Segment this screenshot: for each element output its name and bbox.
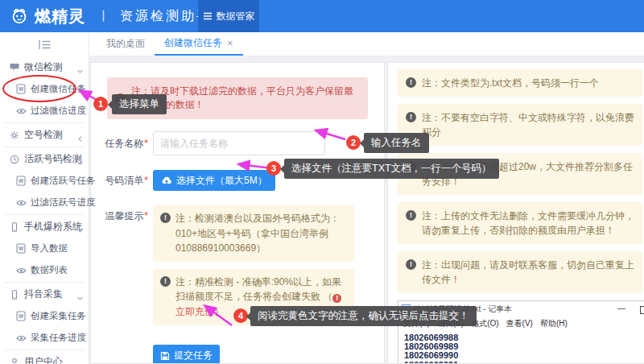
notepad-menu-item: 帮助(H) xyxy=(540,318,568,329)
sidebar-item-data-list[interactable]: 数据列表 xyxy=(0,259,89,281)
sidebar-item-empty-number-check[interactable]: 空号检测 xyxy=(0,124,89,146)
tab-label: 我的桌面 xyxy=(106,37,145,51)
sidebar-divider xyxy=(5,214,84,215)
hamburger-icon xyxy=(203,12,213,20)
sidebar-item-create-wechat-task[interactable]: W创建微信任务 xyxy=(0,78,89,100)
sidebar-divider xyxy=(5,350,84,350)
sidebar-item-active-number-check[interactable]: 活跃号码检测 xyxy=(0,148,89,170)
phone-icon xyxy=(9,290,20,300)
sidebar-item-phone-fans-system[interactable]: 手机爆粉系统 xyxy=(0,216,89,238)
chevron-down-icon xyxy=(76,155,84,170)
recharge-info-icon xyxy=(332,294,341,303)
sidebar-item-label: 微信检测 xyxy=(24,60,63,74)
tab-bar: 我的桌面 创建微信任务 × xyxy=(89,32,644,56)
cloud-upload-icon xyxy=(161,176,172,185)
note-box-4: 注：上传的文件无法删除，文件需要缓冲几分钟，请勿重复上传，否则扣除的额度由用户承… xyxy=(398,202,642,244)
app-header: 燃精灵 丨 资源检测助手 数据管家 xyxy=(0,0,644,32)
phone-icon xyxy=(9,222,20,232)
chevron-down-icon xyxy=(76,223,84,238)
sidebar-item-label: 活跃号码检测 xyxy=(24,152,82,166)
tips-label: 温馨提示* xyxy=(102,205,148,325)
phone-number: 18026069991 xyxy=(404,361,644,364)
history-icon xyxy=(9,155,20,164)
sidebar-item-douyin-collect[interactable]: 抖音采集 xyxy=(0,283,89,305)
eye-icon xyxy=(15,334,27,342)
required-mark: * xyxy=(144,175,148,186)
note-text: 注：文件类型为.txt文档，号码须一行一个 xyxy=(422,76,599,90)
task-name-row: 任务名称* xyxy=(102,131,384,155)
svg-text:W: W xyxy=(19,246,24,251)
choose-file-button[interactable]: 选择文件（最大5M） xyxy=(153,170,275,191)
sprite-logo-icon xyxy=(10,6,29,26)
notepad-number-list: 1802606998818026069989180260699901802606… xyxy=(398,332,644,364)
sidebar-item-user-center[interactable]: 用户中心 xyxy=(0,351,89,364)
tab-my-desktop[interactable]: 我的桌面 xyxy=(97,32,155,56)
collapse-sidebar-icon[interactable] xyxy=(38,39,52,50)
sidebar-item-label: 过滤微信进度 xyxy=(31,105,86,117)
sidebar-item-label: 抖音采集 xyxy=(24,287,63,301)
header-menu-data-manager[interactable]: 数据管家 xyxy=(198,0,259,32)
sidebar-divider xyxy=(5,122,84,123)
annotation-step-1: 1 xyxy=(93,97,108,111)
sidebar-item-label: 采集任务进度 xyxy=(31,332,86,344)
doc-icon: W xyxy=(15,176,27,186)
info-icon xyxy=(406,210,416,221)
annotation-step-2: 2 xyxy=(346,135,361,150)
number-list-label: 号码清单* xyxy=(102,170,148,191)
sidebar-item-collect-progress[interactable]: 采集任务进度 xyxy=(0,327,89,349)
svg-text:W: W xyxy=(19,86,24,92)
chevron-down-icon xyxy=(76,291,84,305)
maximize-icon xyxy=(640,306,644,314)
sidebar-item-label: 空号检测 xyxy=(24,128,63,142)
tab-create-wechat-task[interactable]: 创建微信任务 × xyxy=(155,32,243,56)
header-menu-label: 数据管家 xyxy=(217,10,255,23)
sidebar-item-create-active-task[interactable]: W创建活跃号任务 xyxy=(0,170,89,192)
choose-file-label: 选择文件（最大5M） xyxy=(176,174,267,188)
task-name-input[interactable] xyxy=(153,131,325,155)
minimize-icon: — xyxy=(617,304,625,312)
sidebar-item-wechat-progress[interactable]: 过滤微信进度 xyxy=(0,100,89,122)
info-icon xyxy=(406,259,416,270)
sidebar-item-label: 手机爆粉系统 xyxy=(24,220,82,234)
sidebar-item-create-collect-task[interactable]: W创建采集任务 xyxy=(0,305,89,327)
note-box-1: 注：文件类型为.txt文档，号码须一行一个 xyxy=(398,69,642,97)
doc-icon: W xyxy=(15,84,27,94)
info-icon xyxy=(160,213,171,223)
note-text: 注：不要有空白字符、中文或特殊字符，以免浪费积分 xyxy=(422,110,634,139)
tip-text: 注：检测港澳台以及国外号码格式为：010+地区号+号码（拿中国台湾举例01088… xyxy=(175,211,347,256)
sidebar-divider xyxy=(5,282,84,283)
chevron-down-icon xyxy=(76,64,84,78)
chevron-down-icon xyxy=(76,358,84,364)
sidebar-item-label: 创建活跃号任务 xyxy=(31,175,96,187)
submit-task-button[interactable]: 提交任务 xyxy=(153,345,220,364)
sidebar-item-active-progress[interactable]: 过滤活跃号进度 xyxy=(0,192,89,213)
tab-close-icon[interactable]: × xyxy=(227,38,233,48)
note-text: 注：上传的文件无法删除，文件需要缓冲几分钟，请勿重复上传，否则扣除的额度由用户承… xyxy=(422,209,634,238)
sidebar-divider xyxy=(5,147,84,147)
info-icon xyxy=(160,276,171,287)
sidebar-item-label: 创建微信任务 xyxy=(31,83,86,95)
save-icon xyxy=(160,351,170,361)
tip-box-format: 注：检测港澳台以及国外号码格式为：010+地区号+号码（拿中国台湾举例01088… xyxy=(153,205,354,262)
note-box-5: 注：出现问题，请及时联系客服，切勿自己重复上传文件！ xyxy=(398,251,642,293)
recharge-link[interactable]: 立即充值 xyxy=(175,306,214,317)
phone-number: 18026069990 xyxy=(404,351,644,360)
doc-icon: W xyxy=(15,243,27,254)
doc-icon: W xyxy=(15,311,27,321)
sidebar-item-import-data[interactable]: W导入数据 xyxy=(0,238,89,259)
eye-icon xyxy=(15,199,27,207)
svg-text:W: W xyxy=(19,313,24,319)
annotation-tooltip-2: 输入任务名 xyxy=(364,133,429,153)
app-logo: 燃精灵 丨 资源检测助手 xyxy=(10,6,212,27)
required-mark: * xyxy=(144,210,148,221)
svg-text:W: W xyxy=(19,178,24,184)
notes-panel-list: 注：文件类型为.txt文档，号码须一行一个注：不要有空白字符、中文或特殊字符，以… xyxy=(398,69,642,293)
sidebar-item-wechat-check[interactable]: 微信检测 xyxy=(0,56,89,78)
gear-icon xyxy=(9,130,20,140)
sidebar-item-label: 导入数据 xyxy=(31,242,68,254)
note-text: 注：出现问题，请及时联系客服，切勿自己重复上传文件！ xyxy=(422,258,634,287)
sidebar-item-label: 数据列表 xyxy=(31,264,68,276)
sidebar-menu: 微信检测W创建微信任务过滤微信进度空号检测活跃号码检测W创建活跃号任务过滤活跃号… xyxy=(0,56,89,364)
chevron-left-icon xyxy=(76,131,84,146)
annotation-tooltip-4: 阅读完黄色文字的注意，确认无误后点击提交！ xyxy=(250,306,477,326)
